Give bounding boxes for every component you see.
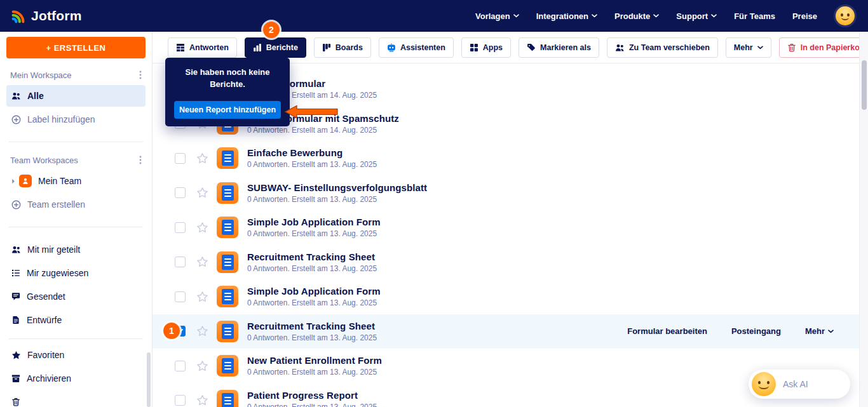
form-icon	[217, 182, 238, 204]
sidebar-item-mein-team[interactable]: Mein Team	[6, 170, 146, 192]
doc-icon	[11, 316, 20, 324]
form-title[interactable]: Simple Job Application Form	[247, 286, 381, 297]
topnav-link-f-r-teams[interactable]: Für Teams	[734, 11, 775, 21]
sidebar-item-gesendet[interactable]: Gesendet	[6, 286, 146, 307]
row-checkbox[interactable]	[175, 361, 186, 371]
topnav-link-preise[interactable]: Preise	[792, 11, 817, 21]
form-meta: 0 Antworten. Erstellt am 13. Aug. 2025	[247, 333, 377, 342]
sidebar-item-label: Entwürfe	[27, 315, 62, 325]
workspace-header-label: Mein Workspace	[10, 70, 72, 80]
list-icon	[11, 269, 20, 277]
form-title[interactable]: Recruitment Tracking Sheet	[247, 321, 377, 331]
toolbar-in-den-papierkorb-button[interactable]: In den Papierkorb	[779, 37, 868, 58]
sidebar-item-mit-mir-geteilt[interactable]: Mit mir geteilt	[6, 239, 146, 260]
edit-form-action[interactable]: Formular bearbeiten	[627, 326, 707, 336]
form-title[interactable]: SUBWAY- Einstellungsverfolgungsblatt	[247, 182, 427, 193]
star-icon[interactable]	[196, 394, 208, 406]
toolbar-berichte-button[interactable]: Berichte	[245, 37, 306, 58]
row-checkbox[interactable]	[175, 222, 186, 233]
people-icon	[11, 245, 21, 254]
row-checkbox[interactable]	[175, 153, 186, 164]
jotform-brand[interactable]: Jotform	[10, 8, 82, 24]
ask-ai-avatar-icon	[752, 372, 776, 396]
form-meta: 0 Antworten. Erstellt am 13. Aug. 2025	[247, 403, 377, 407]
sidebar-item-label: Favoriten	[27, 350, 64, 360]
form-title[interactable]: Einfache Bewerbung	[247, 147, 377, 158]
form-row[interactable]: SUBWAY- Einstellungsverfolgungsblatt0 An…	[153, 176, 859, 211]
star-icon[interactable]	[196, 291, 208, 303]
sidebar-item-alle[interactable]: Alle	[6, 85, 146, 107]
topnav-link-vorlagen[interactable]: Vorlagen	[475, 11, 519, 21]
toolbar-button-label: Mehr	[734, 43, 753, 52]
archive-icon	[11, 374, 20, 383]
main-scrollbar-thumb[interactable]	[862, 60, 867, 110]
form-title[interactable]: Patient Progress Report	[247, 390, 377, 401]
create-button[interactable]: + ERSTELLEN	[6, 37, 146, 58]
form-title[interactable]: Simple Job Application Form	[247, 217, 381, 227]
form-row[interactable]: Recruitment Tracking Sheet0 Antworten. E…	[153, 314, 859, 349]
form-meta: 0 Antworten. Erstellt am 13. Aug. 2025	[247, 160, 377, 169]
sidebar-item-label: Gesendet	[27, 291, 65, 302]
star-icon[interactable]	[196, 187, 208, 199]
form-icon	[217, 251, 238, 273]
jotform-logo-icon	[10, 8, 27, 24]
workspace-header-row: Mein Workspace	[10, 69, 142, 81]
toolbar-button-label: Boards	[336, 43, 363, 52]
sidebar-item-partial[interactable]	[6, 391, 146, 407]
form-row[interactable]: Einfache Bewerbung0 Antworten. Erstellt …	[153, 141, 859, 176]
form-icon	[217, 147, 238, 169]
sidebar-item-label-hinzuf-gen[interactable]: Label hinzufügen	[6, 109, 146, 130]
toolbar-apps-button[interactable]: Apps	[461, 37, 511, 58]
form-row[interactable]: Simple Job Application Form0 Antworten. …	[153, 279, 859, 314]
form-row[interactable]: Simple Job Application Form0 Antworten. …	[153, 210, 859, 245]
sidebar-scrollbar-thumb[interactable]	[147, 352, 151, 407]
user-avatar[interactable]	[834, 4, 857, 27]
row-checkbox[interactable]	[175, 291, 186, 302]
chevron-down-icon	[757, 46, 763, 50]
sidebar-item-label: Alle	[27, 91, 44, 101]
star-icon[interactable]	[196, 325, 208, 337]
toolbar-button-label: Markieren als	[540, 43, 591, 52]
row-checkbox[interactable]	[175, 395, 186, 406]
ask-ai-button[interactable]: Ask AI	[749, 370, 850, 399]
popover-message: Sie haben noch keine Berichte.	[174, 67, 281, 91]
sidebar-item-team-erstellen[interactable]: Team erstellen	[6, 194, 146, 215]
star-icon[interactable]	[196, 256, 208, 268]
form-row[interactable]: Recruitment Tracking Sheet0 Antworten. E…	[153, 245, 859, 280]
form-icon	[217, 355, 238, 377]
star-icon[interactable]	[196, 222, 208, 234]
teams-header-label: Team Workspaces	[10, 156, 78, 165]
main-scrollbar[interactable]	[859, 32, 868, 407]
form-title[interactable]: Recruitment Tracking Sheet	[247, 251, 377, 262]
teams-kebab-icon[interactable]	[139, 156, 142, 164]
sidebar-divider	[9, 227, 143, 227]
report-icon	[253, 43, 262, 52]
sidebar-item-entw-rfe[interactable]: Entwürfe	[6, 309, 146, 331]
toolbar-antworten-button[interactable]: Antworten	[168, 37, 237, 58]
topnav-link-support[interactable]: Support	[676, 11, 717, 21]
row-checkbox[interactable]	[175, 257, 186, 267]
row-checkbox[interactable]	[175, 187, 186, 198]
inbox-action[interactable]: Posteingang	[731, 326, 781, 336]
plus-icon	[11, 200, 21, 210]
workspace-kebab-icon[interactable]	[139, 70, 142, 79]
toolbar-boards-button[interactable]: Boards	[314, 37, 371, 58]
topnav-link-produkte[interactable]: Produkte	[614, 11, 659, 21]
toolbar-assistenten-button[interactable]: Assistenten	[379, 37, 454, 58]
star-icon	[11, 350, 21, 360]
row-more-action-label: Mehr	[805, 326, 825, 336]
row-more-action[interactable]: Mehr	[805, 326, 834, 336]
star-icon[interactable]	[196, 152, 208, 164]
toolbar-zu-team-verschieben-button[interactable]: Zu Team verschieben	[607, 37, 718, 58]
jotform-my-forms-page: Jotform VorlagenIntegrationenProdukteSup…	[0, 0, 868, 407]
sidebar-item-mir-zugewiesen[interactable]: Mir zugewiesen	[6, 262, 146, 284]
toolbar-mehr-button[interactable]: Mehr	[726, 37, 771, 58]
form-title[interactable]: New Patient Enrollment Form	[247, 355, 382, 366]
form-text: Recruitment Tracking Sheet0 Antworten. E…	[247, 321, 377, 342]
add-report-button[interactable]: Neuen Report hinzufügen	[174, 101, 281, 119]
topnav-link-integrationen[interactable]: Integrationen	[536, 11, 597, 21]
sidebar-item-archivieren[interactable]: Archivieren	[6, 368, 146, 389]
toolbar-markieren-als-button[interactable]: Markieren als	[519, 37, 599, 58]
star-icon[interactable]	[196, 360, 208, 372]
sidebar-item-favoriten[interactable]: Favoriten	[6, 344, 146, 366]
